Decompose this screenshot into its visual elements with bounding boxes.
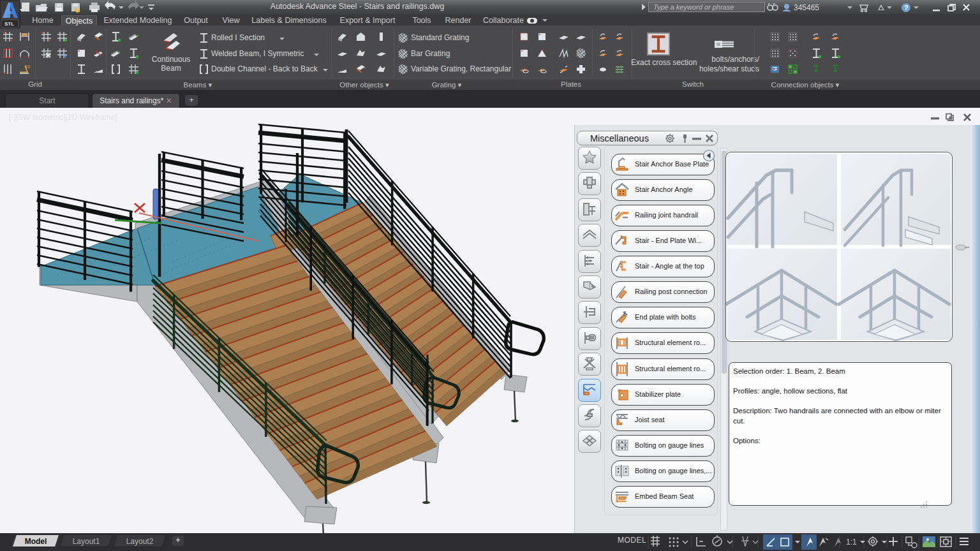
svg-text:345465: 345465 xyxy=(794,3,819,12)
svg-text:STL: STL xyxy=(4,21,14,27)
svg-text:[-][SW Isometric][2D Wireframe: [-][SW Isometric][2D Wireframe] xyxy=(9,113,117,122)
svg-text:1:1: 1:1 xyxy=(846,538,857,547)
svg-text:?: ? xyxy=(904,4,909,11)
svg-text:10: 10 xyxy=(25,64,30,69)
